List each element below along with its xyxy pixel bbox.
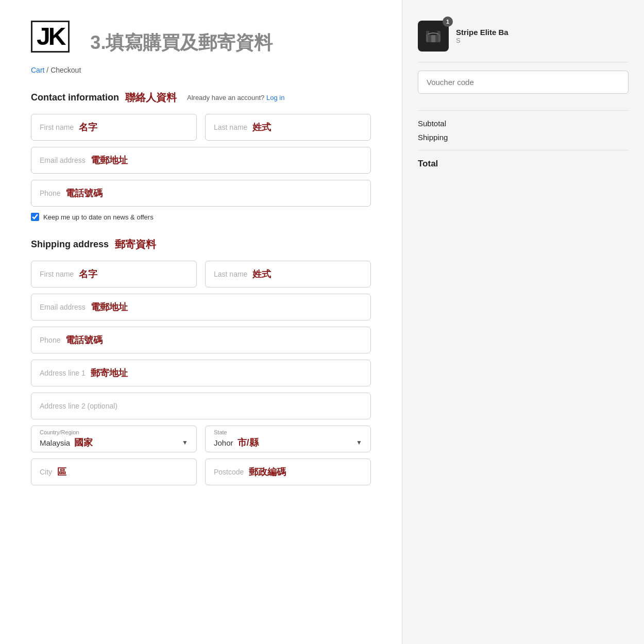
shipping-address2-placeholder: Address line 2 (optional) [40,402,117,410]
shipping-postcode-field[interactable]: Postcode 郵政編碼 [205,459,371,485]
shipping-name-row: First name 名字 Last name 姓式 [31,261,371,287]
contact-firstname-placeholder: First name [40,123,74,131]
subtotal-label: Subtotal [418,119,446,128]
product-image: 1 [418,21,449,52]
contact-firstname-group: First name 名字 [31,114,197,141]
contact-lastname-group: Last name 姓式 [205,114,371,141]
country-value: Malaysia [40,438,70,447]
state-value: Johor [214,438,233,447]
country-label: Country/Region [40,429,188,435]
breadcrumb-cart-link[interactable]: Cart [31,66,44,74]
shipping-lastname-field[interactable]: Last name 姓式 [205,261,371,287]
contact-phone-value: 電話號碼 [65,187,103,199]
contact-phone-group: Phone 電話號碼 [31,180,371,207]
shipping-firstname-group: First name 名字 [31,261,197,287]
breadcrumb-checkout: Checkout [50,66,81,74]
contact-lastname-placeholder: Last name [214,123,247,131]
contact-section-heading: Contact information 聯絡人資料 Already have a… [31,91,371,105]
voucher-input[interactable] [418,71,629,94]
contact-phone-field[interactable]: Phone 電話號碼 [31,180,371,207]
shipping-phone-value: 電話號碼 [65,334,103,346]
breadcrumb-separator: / [46,66,50,74]
shipping-firstname-value: 名字 [79,268,97,280]
shipping-city-group: City 區 [31,459,197,485]
contact-email-row: Email address 電郵地址 [31,147,371,174]
shipping-city-value: 區 [57,466,66,478]
shipping-country-select[interactable]: Country/Region Malaysia 國家 ▼ [31,426,197,452]
contact-email-field[interactable]: Email address 電郵地址 [31,147,371,174]
shipping-email-field[interactable]: Email address 電郵地址 [31,294,371,320]
contact-firstname-value: 名字 [79,121,97,133]
shipping-postcode-group: Postcode 郵政編碼 [205,459,371,485]
shipping-city-placeholder: City [40,468,52,476]
shipping-lastname-placeholder: Last name [214,270,247,278]
state-label: State [214,429,362,435]
contact-lastname-field[interactable]: Last name 姓式 [205,114,371,141]
shipping-email-row: Email address 電郵地址 [31,294,371,320]
shipping-heading-en: Shipping address [31,239,109,250]
shipping-city-postcode-row: City 區 Postcode 郵政編碼 [31,459,371,485]
shipping-country-state-row: Country/Region Malaysia 國家 ▼ State [31,426,371,452]
shipping-country-group: Country/Region Malaysia 國家 ▼ [31,426,197,452]
contact-name-row: First name 名字 Last name 姓式 [31,114,371,141]
contact-phone-row: Phone 電話號碼 [31,180,371,207]
page-title: 3.填寫購買及郵寄資料 [90,30,273,56]
contact-phone-placeholder: Phone [40,189,60,197]
shipping-postcode-placeholder: Postcode [214,468,244,476]
contact-account-note: Already have an account? Log in [187,94,284,101]
shipping-firstname-field[interactable]: First name 名字 [31,261,197,287]
shipping-address1-group: Address line 1 郵寄地址 [31,360,371,386]
contact-email-value: 電郵地址 [91,154,128,166]
shipping-lastname-group: Last name 姓式 [205,261,371,287]
contact-lastname-value: 姓式 [252,121,271,133]
shipping-postcode-value: 郵政編碼 [249,466,286,478]
shipping-phone-group: Phone 電話號碼 [31,327,371,353]
shipping-lastname-value: 姓式 [252,268,271,280]
country-chevron-icon: ▼ [182,439,188,446]
product-name: Stripe Elite Ba [456,28,629,37]
shipping-heading-zh: 郵寄資料 [115,238,156,251]
contact-firstname-field[interactable]: First name 名字 [31,114,197,141]
shipping-email-value: 電郵地址 [91,301,128,313]
divider-3 [418,150,629,150]
divider-1 [418,62,629,62]
subtotal-row: Subtotal [418,119,629,128]
contact-heading-zh: 聯絡人資料 [125,91,177,105]
shipping-phone-row: Phone 電話號碼 [31,327,371,353]
shipping-email-group: Email address 電郵地址 [31,294,371,320]
product-badge: 1 [443,16,453,27]
state-zh: 市/縣 [238,436,259,449]
shipping-state-select[interactable]: State Johor 市/縣 ▼ [205,426,371,452]
shipping-email-placeholder: Email address [40,303,86,311]
shipping-row: Shipping [418,133,629,142]
shipping-state-group: State Johor 市/縣 ▼ [205,426,371,452]
shipping-city-field[interactable]: City 區 [31,459,197,485]
contact-heading-en: Contact information [31,92,119,103]
divider-2 [418,110,629,111]
newsletter-checkbox[interactable] [31,213,39,221]
state-chevron-icon: ▼ [356,439,362,446]
product-info: Stripe Elite Ba S [456,28,629,44]
login-link[interactable]: Log in [266,94,284,101]
product-variant: S [456,37,629,44]
logo: JK [31,21,70,53]
shipping-address1-row: Address line 1 郵寄地址 [31,360,371,386]
contact-email-group: Email address 電郵地址 [31,147,371,174]
product-image-icon [424,27,443,45]
breadcrumb: Cart / Checkout [31,66,371,74]
svg-rect-2 [431,35,435,42]
total-label: Total [418,159,438,169]
shipping-address1-placeholder: Address line 1 [40,369,86,377]
product-row: 1 Stripe Elite Ba S [418,21,629,52]
shipping-label: Shipping [418,133,448,142]
shipping-address2-group: Address line 2 (optional) [31,393,371,419]
newsletter-label: Keep me up to date on news & offers [43,213,154,221]
shipping-address1-field[interactable]: Address line 1 郵寄地址 [31,360,371,386]
shipping-section-heading: Shipping address 郵寄資料 [31,238,371,251]
shipping-phone-field[interactable]: Phone 電話號碼 [31,327,371,353]
shipping-address2-field[interactable]: Address line 2 (optional) [31,393,371,419]
shipping-phone-placeholder: Phone [40,336,60,344]
country-zh: 國家 [74,436,93,449]
newsletter-checkbox-row: Keep me up to date on news & offers [31,213,371,221]
total-row: Total [418,159,629,169]
